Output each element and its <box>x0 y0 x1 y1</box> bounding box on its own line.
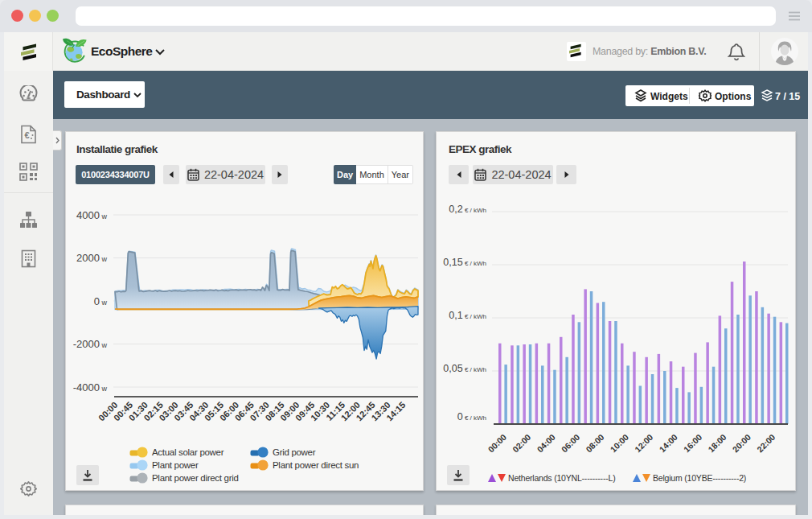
svg-text:20:00: 20:00 <box>731 432 753 455</box>
svg-text:06:00: 06:00 <box>560 432 582 455</box>
svg-text:18:00: 18:00 <box>706 432 728 455</box>
svg-text:0 w: 0 w <box>94 295 108 307</box>
svg-text:-2000 w: -2000 w <box>73 338 108 350</box>
svg-text:22:00: 22:00 <box>755 432 777 455</box>
svg-text:16:00: 16:00 <box>682 432 704 455</box>
svg-text:04:00: 04:00 <box>535 432 557 455</box>
svg-text:4000 w: 4000 w <box>76 209 107 221</box>
svg-text:0 € / kWh: 0 € / kWh <box>457 411 486 422</box>
svg-text:2000 w: 2000 w <box>76 252 107 264</box>
svg-text:0,05 € / kWh: 0,05 € / kWh <box>443 363 486 374</box>
svg-text:08:00: 08:00 <box>584 432 606 455</box>
svg-text:14:00: 14:00 <box>657 432 679 455</box>
svg-text:02:00: 02:00 <box>511 432 533 455</box>
svg-text:00:00: 00:00 <box>486 432 509 455</box>
svg-text:€: € <box>25 130 30 140</box>
svg-text:10:00: 10:00 <box>609 432 631 455</box>
svg-text:0,15 € / kWh: 0,15 € / kWh <box>443 257 486 268</box>
svg-text:0,2 € / kWh: 0,2 € / kWh <box>449 204 486 215</box>
svg-text:-4000 w: -4000 w <box>73 381 108 393</box>
svg-text:12:00: 12:00 <box>633 432 655 455</box>
svg-text:0,1 € / kWh: 0,1 € / kWh <box>449 310 486 321</box>
